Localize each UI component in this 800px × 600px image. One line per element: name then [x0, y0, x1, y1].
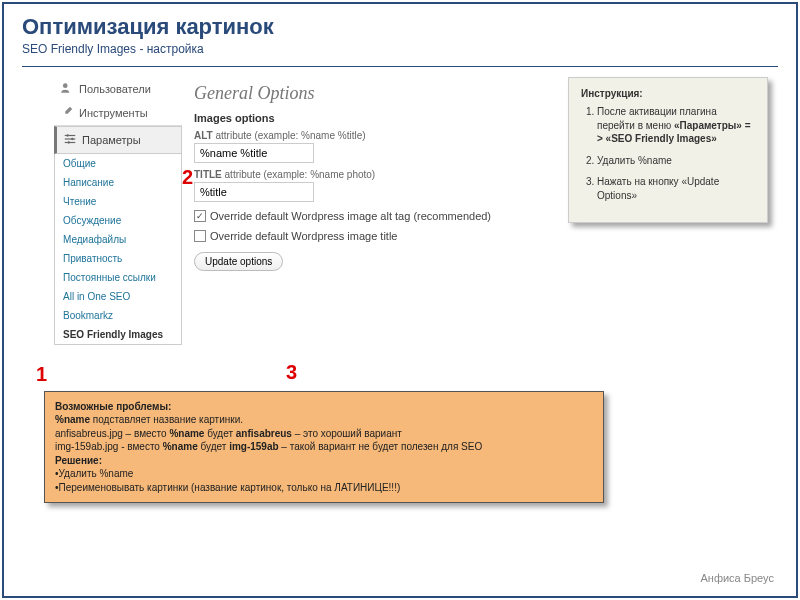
sidebar-label: Пользователи	[79, 83, 151, 95]
page-subtitle: SEO Friendly Images - настройка	[22, 42, 778, 56]
author-name: Анфиса Бреус	[701, 572, 775, 584]
problems-box: Возможные проблемы: %name подставляет на…	[44, 391, 604, 504]
problems-title: Возможные проблемы:	[55, 401, 171, 412]
svg-point-5	[71, 138, 73, 140]
page-title: Оптимизация картинок	[22, 14, 778, 40]
wp-admin-mock: Пользователи Инструменты Параметры Общие…	[54, 77, 544, 407]
sliders-icon	[63, 132, 77, 148]
svg-rect-2	[65, 138, 76, 139]
sidebar-item-users[interactable]: Пользователи	[54, 77, 182, 101]
sidebar-sub-item[interactable]: All in One SEO	[55, 287, 181, 306]
sidebar-item-settings[interactable]: Параметры	[54, 126, 182, 154]
alt-attr-label: ALT attribute (example: %name %title)	[194, 130, 534, 141]
sidebar-section-label: Параметры	[82, 134, 141, 146]
checkbox-label: Override default Wordpress image alt tag…	[210, 210, 491, 222]
override-title-row[interactable]: Override default Wordpress image title	[194, 230, 534, 242]
svg-point-4	[67, 134, 69, 136]
sidebar-sub-item[interactable]: Медиафайлы	[55, 230, 181, 249]
sidebar-sub-item[interactable]: Обсуждение	[55, 211, 181, 230]
checkbox-icon: ✓	[194, 210, 206, 222]
override-alt-row[interactable]: ✓ Override default Wordpress image alt t…	[194, 210, 534, 222]
images-options-label: Images options	[194, 112, 534, 124]
instruction-item: Нажать на кнопку «Update Options»	[597, 175, 755, 202]
sidebar-sub-item[interactable]: SEO Friendly Images	[55, 325, 181, 344]
instructions-box: Инструкция: После активации плагина пере…	[568, 77, 768, 223]
sidebar-sub-item[interactable]: Чтение	[55, 192, 181, 211]
title-input[interactable]	[194, 182, 314, 202]
wp-main-panel: General Options Images options ALT attri…	[194, 77, 534, 271]
users-icon	[60, 81, 74, 97]
instruction-item: После активации плагина перейти в меню «…	[597, 105, 755, 146]
title-attr-label: TITLE attribute (example: %name photo)	[194, 169, 534, 180]
update-options-button[interactable]: Update options	[194, 252, 283, 271]
step-marker-2: 2	[182, 166, 193, 189]
sidebar-sub-item[interactable]: Постоянные ссылки	[55, 268, 181, 287]
general-options-heading: General Options	[194, 83, 534, 104]
checkbox-icon	[194, 230, 206, 242]
instructions-title: Инструкция:	[581, 88, 755, 99]
checkbox-label: Override default Wordpress image title	[210, 230, 398, 242]
solution-item: Удалить %name	[59, 468, 134, 479]
sidebar-sub-item[interactable]: Общие	[55, 154, 181, 173]
sidebar-item-tools[interactable]: Инструменты	[54, 101, 182, 125]
svg-point-6	[68, 141, 70, 143]
step-marker-1: 1	[36, 363, 47, 386]
sidebar-sub-item[interactable]: Написание	[55, 173, 181, 192]
wp-sidebar: Пользователи Инструменты Параметры Общие…	[54, 77, 182, 345]
sidebar-sub-item[interactable]: Bookmarkz	[55, 306, 181, 325]
solution-item: Переименовывать картинки (название карти…	[59, 482, 401, 493]
svg-point-0	[63, 83, 68, 88]
sidebar-label: Инструменты	[79, 107, 148, 119]
sidebar-submenu: ОбщиеНаписаниеЧтениеОбсуждениеМедиафайлы…	[54, 154, 182, 345]
solution-title: Решение:	[55, 455, 102, 466]
alt-input[interactable]	[194, 143, 314, 163]
svg-rect-1	[65, 135, 76, 136]
instruction-item: Удалить %name	[597, 154, 755, 168]
tools-icon	[60, 105, 74, 121]
sidebar-sub-item[interactable]: Приватность	[55, 249, 181, 268]
step-marker-3: 3	[286, 361, 297, 384]
